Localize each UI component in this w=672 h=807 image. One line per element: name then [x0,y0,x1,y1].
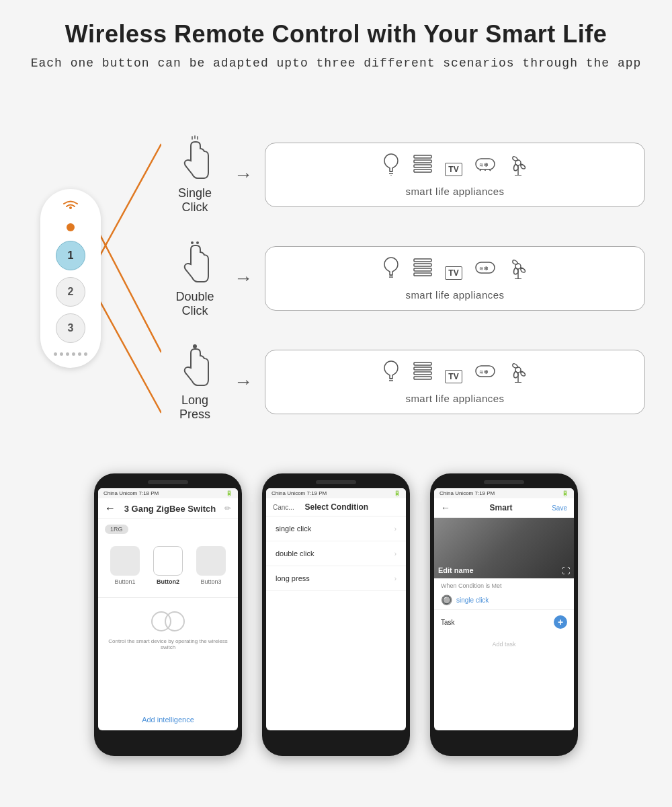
svg-rect-12 [414,169,431,172]
ac-icon-3: ≋✽ [474,363,496,384]
phone-1-button2-square[interactable] [153,546,183,576]
phone-1-edit-icon[interactable]: ✏ [224,504,231,513]
single-click-label: Single Click [168,186,222,215]
diagram-section: 1 2 3 [27,90,645,467]
phone-1-add-intelligence-btn[interactable]: Add intelligence [142,716,194,724]
fan-icon-2 [508,256,528,284]
remote-area: 1 2 3 [27,90,161,467]
phone-3-condition-icon: 🔘 [441,594,452,605]
phone-1-tag: 1RG [105,525,128,534]
tv-icon-1: TV [445,156,462,177]
phone-2-chevron-3: › [394,575,396,582]
appliance-label-3: smart life appliances [405,393,504,404]
phone-2-title: Select Condition [305,502,369,512]
phone-2-single-click-item[interactable]: single click › [266,516,406,541]
phone-3-save-btn[interactable]: Save [552,504,567,512]
phone-1-divider [98,597,238,598]
phone-1-button3-item: Button3 [196,546,226,585]
phone-2-chevron-2: › [394,550,396,558]
phone-1-speaker [148,480,188,484]
blinds-icon-1 [413,154,433,179]
single-click-icon-wrapper: Single Click [168,135,222,215]
remote-button-1[interactable]: 1 [56,241,85,270]
phone-1-screen: China Unicom 7:18 PM 🔋 ← 3 Gang ZigBee S… [98,488,238,730]
remote-button-2[interactable]: 2 [56,277,85,307]
phone-3-condition-item: 🔘 single click [434,590,574,609]
phone-3-task-row: Task + [434,609,574,634]
arrow-2: → [234,268,253,289]
phone-2-wrapper: China Unicom 7:19 PM 🔋 Canc... Select Co… [262,473,410,756]
svg-rect-27 [414,268,431,271]
orange-dot [67,223,75,231]
svg-rect-38 [414,367,431,370]
appliance-icons-3: TV ≋✽ [382,360,528,387]
svg-rect-28 [414,273,431,276]
phone-3-add-task-btn[interactable]: + [554,615,567,629]
page: Wireless Remote Control with Your Smart … [0,0,672,783]
phone-1-status-bar: China Unicom 7:18 PM 🔋 [98,488,238,498]
phone-2-long-press-item[interactable]: long press › [266,566,406,591]
phone-1-back-icon[interactable]: ← [105,502,116,514]
single-click-icon [175,135,215,182]
phone-3-condition-text: single click [456,597,489,604]
phone-1-logo [151,611,185,631]
svg-text:≋✽: ≋✽ [479,162,489,168]
blinds-icon-2 [413,258,433,282]
phone-1: China Unicom 7:18 PM 🔋 ← 3 Gang ZigBee S… [94,473,242,756]
phone-1-button2-item: Button2 [153,546,183,585]
appliance-box-2: TV ≋✽ [265,246,645,311]
phone-3-edit-name[interactable]: Edit name [438,566,474,574]
tv-icon-3: TV [445,363,462,384]
phone-1-button2-label: Button2 [157,578,179,585]
remote-dots [54,352,87,356]
long-press-icon-wrapper: Long Press [168,342,222,422]
phone-1-buttons-row: Button1 Button2 Button3 [98,539,238,592]
blinds-icon-3 [413,361,433,386]
phone-1-button1-square[interactable] [110,546,140,576]
main-title: Wireless Remote Control with Your Smart … [27,20,645,48]
lamp-icon-3 [382,360,401,387]
svg-text:≋✽: ≋✽ [479,369,489,375]
phone-1-carrier: China Unicom 7:18 PM [103,490,159,496]
fan-icon-3 [508,360,528,387]
svg-rect-40 [414,377,431,379]
phone-3-condition-section-label: When Condition is Met [434,578,574,590]
phone-3-screen: China Unicom 7:19 PM 🔋 ← Smart Save Edit… [434,488,574,730]
phone-1-desc: Control the smart device by operating th… [98,638,238,650]
appliance-label-1: smart life appliances [405,186,504,197]
lamp-icon-2 [382,256,401,284]
svg-rect-39 [414,372,431,375]
long-press-label: Long Press [168,393,222,422]
remote-button-3[interactable]: 3 [56,313,85,343]
svg-rect-37 [414,362,431,365]
phone-2-header: Canc... Select Condition [266,498,406,516]
phone-3-back-icon[interactable]: ← [441,502,450,513]
remote-device: 1 2 3 [40,189,101,368]
remote-body: 1 2 3 [40,189,101,368]
phones-section: China Unicom 7:18 PM 🔋 ← 3 Gang ZigBee S… [27,473,645,756]
interactions-column: Single Click → [168,123,645,434]
phone-3-speaker [484,480,524,484]
phone-3-task-label: Task [441,619,455,626]
lamp-icon-1 [382,153,401,180]
phone-2-double-click-item[interactable]: double click › [266,541,406,566]
phone-2-battery: 🔋 [394,490,401,496]
phone-1-button3-square[interactable] [196,546,226,576]
arrow-1: → [234,164,253,186]
svg-point-21 [191,241,194,244]
double-click-label: Double Click [168,290,222,318]
long-press-icon [175,342,215,389]
phone-1-circle-right [165,611,185,631]
double-click-icon-wrapper: Double Click [168,239,222,318]
phone-2-long-press-label: long press [276,574,310,582]
phone-2-speaker [316,480,356,484]
svg-point-34 [193,344,197,348]
phone-1-title: 3 Gang ZigBee Switch [124,504,216,514]
phone-3-title: Smart [490,503,513,512]
phone-1-button3-label: Button3 [200,578,221,585]
single-click-row: Single Click → [168,123,645,227]
svg-rect-10 [414,160,431,163]
appliance-icons-2: TV ≋✽ [382,256,528,284]
phone-2-cancel-btn[interactable]: Canc... [273,504,294,511]
phone-3-battery: 🔋 [562,490,569,496]
